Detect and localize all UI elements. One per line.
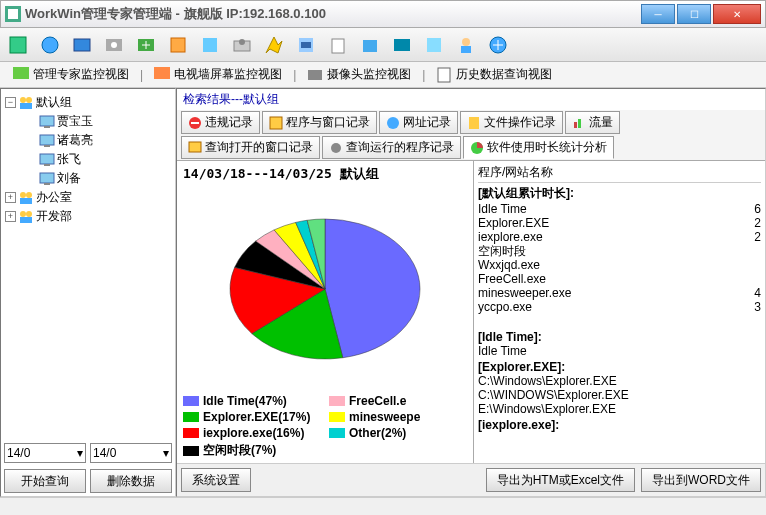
- tb-icon-13[interactable]: [390, 33, 414, 57]
- tab-url[interactable]: 网址记录: [379, 111, 458, 134]
- svg-rect-47: [574, 122, 577, 128]
- list-item[interactable]: Idle Time6: [478, 202, 761, 216]
- list-item[interactable]: [iexplore.exe]:: [478, 418, 761, 432]
- legend-item: iexplore.exe(16%): [183, 426, 321, 440]
- svg-point-26: [26, 97, 32, 103]
- usage-list[interactable]: 程序/网站名称 [默认组累计时长]:Idle Time6Explorer.EXE…: [473, 161, 765, 463]
- tree-sibling[interactable]: +开发部: [5, 207, 171, 226]
- svg-rect-2: [10, 37, 26, 53]
- view-tab-label: 历史数据查询视图: [456, 66, 552, 83]
- tb-icon-12[interactable]: [358, 33, 382, 57]
- query-buttons: 开始查询 删除数据: [1, 466, 175, 496]
- list-item[interactable]: E:\Windows\Explorer.EXE: [478, 402, 761, 416]
- stats-content: 14/03/18---14/03/25 默认组 Idle Time(47%)Fr…: [177, 160, 765, 463]
- tb-icon-7[interactable]: [198, 33, 222, 57]
- tab-program-query[interactable]: 查询运行的程序记录: [322, 136, 461, 159]
- tree-label: 贾宝玉: [57, 113, 93, 130]
- list-item[interactable]: Wxxjqd.exe: [478, 258, 761, 272]
- bottom-buttons: 系统设置 导出为HTM或Excel文件 导出到WORD文件: [177, 463, 765, 496]
- list-item[interactable]: minesweeper.exe4: [478, 286, 761, 300]
- pc-icon: [39, 152, 55, 168]
- date-row: 14/0▾ 14/0▾: [1, 440, 175, 466]
- tb-icon-16[interactable]: [486, 33, 510, 57]
- svg-rect-9: [203, 38, 217, 52]
- pc-icon: [39, 171, 55, 187]
- system-settings-button[interactable]: 系统设置: [181, 468, 251, 492]
- svg-rect-4: [74, 39, 90, 51]
- svg-point-36: [20, 192, 26, 198]
- pie-chart: [177, 187, 473, 390]
- list-item[interactable]: Idle Time: [478, 344, 761, 358]
- tree-child[interactable]: 张飞: [39, 150, 171, 169]
- tb-icon-1[interactable]: [6, 33, 30, 57]
- tab-fileop[interactable]: 文件操作记录: [460, 111, 563, 134]
- tab-program-window[interactable]: 程序与窗口记录: [262, 111, 377, 134]
- tree-sibling[interactable]: +办公室: [5, 188, 171, 207]
- group-icon: [18, 209, 34, 225]
- list-item[interactable]: [Explorer.EXE]:: [478, 360, 761, 374]
- tb-icon-5[interactable]: [134, 33, 158, 57]
- tb-icon-10[interactable]: [294, 33, 318, 57]
- export-htm-button[interactable]: 导出为HTM或Excel文件: [486, 468, 635, 492]
- tree-label: 办公室: [36, 189, 72, 206]
- list-item[interactable]: FreeCell.exe: [478, 272, 761, 286]
- list-item[interactable]: [默认组累计时长]:: [478, 185, 761, 202]
- svg-rect-43: [191, 122, 199, 124]
- tree-root-node[interactable]: − 默认组: [5, 93, 171, 112]
- svg-rect-48: [578, 119, 581, 128]
- date-from[interactable]: 14/0▾: [4, 443, 86, 463]
- tb-icon-4[interactable]: [102, 33, 126, 57]
- svg-rect-22: [154, 67, 170, 79]
- list-item[interactable]: 空闲时段: [478, 244, 761, 258]
- legend-item: [329, 442, 467, 459]
- tab-traffic[interactable]: 流量: [565, 111, 620, 134]
- tb-icon-11[interactable]: [326, 33, 350, 57]
- view-tab-history[interactable]: 历史数据查询视图: [429, 63, 559, 86]
- tb-icon-15[interactable]: [454, 33, 478, 57]
- list-item[interactable]: iexplore.exe2: [478, 230, 761, 244]
- legend-item: Idle Time(47%): [183, 394, 321, 408]
- tree-child[interactable]: 诸葛亮: [39, 131, 171, 150]
- view-tab-camera[interactable]: 摄像头监控视图: [300, 63, 418, 86]
- tb-icon-3[interactable]: [70, 33, 94, 57]
- svg-rect-8: [171, 38, 185, 52]
- expand-icon[interactable]: +: [5, 211, 16, 222]
- view-tab-monitor[interactable]: 管理专家监控视图: [6, 63, 136, 86]
- tree-label: 刘备: [57, 170, 81, 187]
- maximize-button[interactable]: ☐: [677, 4, 711, 24]
- list-item[interactable]: [478, 314, 761, 328]
- group-icon: [18, 190, 34, 206]
- minimize-button[interactable]: ─: [641, 4, 675, 24]
- list-item[interactable]: C:\Windows\Explorer.EXE: [478, 374, 761, 388]
- list-item[interactable]: Explorer.EXE2: [478, 216, 761, 230]
- tb-icon-14[interactable]: [422, 33, 446, 57]
- tab-violation[interactable]: 违规记录: [181, 111, 260, 134]
- tb-icon-6[interactable]: [166, 33, 190, 57]
- list-header: 程序/网站名称: [478, 163, 761, 183]
- close-button[interactable]: ✕: [713, 4, 761, 24]
- tree-child[interactable]: 刘备: [39, 169, 171, 188]
- svg-rect-19: [461, 46, 471, 53]
- list-item[interactable]: C:\WINDOWS\Explorer.EXE: [478, 388, 761, 402]
- list-item[interactable]: yccpo.exe3: [478, 300, 761, 314]
- collapse-icon[interactable]: −: [5, 97, 16, 108]
- start-query-button[interactable]: 开始查询: [4, 469, 86, 493]
- export-word-button[interactable]: 导出到WORD文件: [641, 468, 761, 492]
- delete-data-button[interactable]: 删除数据: [90, 469, 172, 493]
- view-tab-wall[interactable]: 电视墙屏幕监控视图: [147, 63, 289, 86]
- expand-icon[interactable]: +: [5, 192, 16, 203]
- file-icon: [467, 116, 481, 130]
- legend-item: Other(2%): [329, 426, 467, 440]
- tb-icon-8[interactable]: [230, 33, 254, 57]
- toolbar: [0, 28, 766, 62]
- tree-label: 默认组: [36, 94, 72, 111]
- tab-usage-stats[interactable]: 软件使用时长统计分析: [463, 136, 614, 159]
- date-to[interactable]: 14/0▾: [90, 443, 172, 463]
- tb-icon-2[interactable]: [38, 33, 62, 57]
- tree-child[interactable]: 贾宝玉: [39, 112, 171, 131]
- list-item[interactable]: [Idle Time]:: [478, 330, 761, 344]
- tab-window-query[interactable]: 查询打开的窗口记录: [181, 136, 320, 159]
- svg-rect-35: [44, 183, 50, 185]
- client-tree[interactable]: − 默认组 贾宝玉 诸葛亮 张飞 刘备 +办公室 +开发部: [1, 89, 175, 440]
- tb-icon-9[interactable]: [262, 33, 286, 57]
